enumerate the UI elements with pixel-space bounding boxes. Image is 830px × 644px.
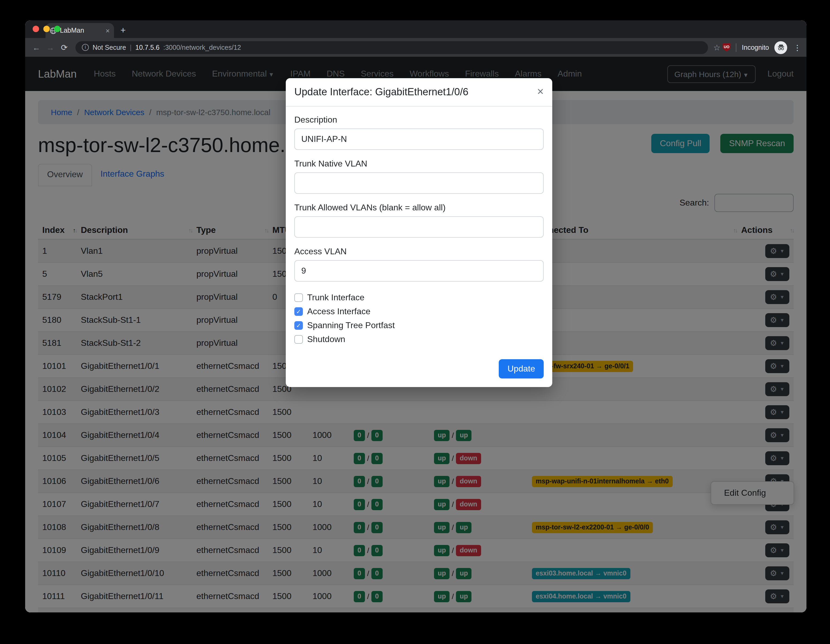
modal-field: Trunk Allowed VLANs (blank = allow all) xyxy=(294,203,544,238)
checkbox-row: Shutdown xyxy=(294,332,544,346)
checkbox-label: Access Interface xyxy=(307,307,371,316)
field-input-access[interactable] xyxy=(294,260,544,282)
field-input-trunk[interactable] xyxy=(294,216,544,238)
checkbox-row: Trunk Interface xyxy=(294,291,544,305)
checkbox-label: Shutdown xyxy=(307,335,345,344)
modal-fields: DescriptionTrunk Native VLANTrunk Allowe… xyxy=(294,115,544,282)
modal-field: Description xyxy=(294,115,544,150)
field-input-description[interactable] xyxy=(294,128,544,150)
site-info-icon[interactable]: i xyxy=(82,44,89,51)
ublock-extension-icon[interactable]: UO xyxy=(723,43,731,52)
field-label: Trunk Native VLAN xyxy=(294,159,544,169)
desktop: LabMan × + ← → ⟳ i Not Secure | 10.7.5.6… xyxy=(0,0,830,644)
checkbox-row: ✓Access Interface xyxy=(294,305,544,319)
checkbox-label: Trunk Interface xyxy=(307,293,364,303)
back-icon[interactable]: ← xyxy=(30,43,42,52)
update-interface-modal: Update Interface: GigabitEthernet1/0/6 ×… xyxy=(286,78,552,387)
checkbox-shutdown[interactable] xyxy=(294,335,303,344)
checkbox-label: Spanning Tree Portfast xyxy=(307,320,394,330)
address-bar[interactable]: i Not Secure | 10.7.5.6 :3000/network_de… xyxy=(76,41,708,54)
modal-close-icon[interactable]: × xyxy=(537,86,544,97)
field-label: Description xyxy=(294,115,544,125)
modal-footer: Update xyxy=(286,358,552,387)
checkbox-access-interface[interactable]: ✓ xyxy=(294,307,303,316)
modal-body: DescriptionTrunk Native VLANTrunk Allowe… xyxy=(286,106,552,358)
zoom-window-button[interactable] xyxy=(54,26,60,32)
checkbox-row: ✓Spanning Tree Portfast xyxy=(294,319,544,332)
forward-icon[interactable]: → xyxy=(44,43,56,52)
field-input-trunk[interactable] xyxy=(294,172,544,194)
incognito-icon xyxy=(775,41,787,54)
bookmark-star-icon[interactable]: ☆ xyxy=(713,43,721,52)
url-divider: | xyxy=(130,43,131,51)
modal-title: Update Interface: GigabitEthernet1/0/6 xyxy=(294,86,537,98)
url-host: 10.7.5.6 xyxy=(135,44,160,51)
security-label: Not Secure xyxy=(93,44,126,51)
url-path: :3000/network_devices/12 xyxy=(163,44,241,51)
page-viewport: LabMan HostsNetwork DevicesEnvironmental… xyxy=(25,57,806,612)
tab-strip: LabMan × + xyxy=(25,21,806,38)
tab-title: LabMan xyxy=(60,27,103,34)
field-label: Trunk Allowed VLANs (blank = allow all) xyxy=(294,203,544,213)
tab-close-icon[interactable]: × xyxy=(106,27,110,35)
modal-checkboxes: Trunk Interface✓Access Interface✓Spannin… xyxy=(294,291,544,346)
incognito-label: Incognito xyxy=(742,44,769,51)
traffic-lights xyxy=(33,26,60,32)
browser-toolbar: ← → ⟳ i Not Secure | 10.7.5.6 :3000/netw… xyxy=(25,38,806,57)
field-label: Access VLAN xyxy=(294,247,544,257)
modal-field: Access VLAN xyxy=(294,247,544,282)
modal-field: Trunk Native VLAN xyxy=(294,159,544,194)
browser-menu-icon[interactable]: ⋮ xyxy=(794,43,801,52)
new-tab-button[interactable]: + xyxy=(120,25,126,36)
close-window-button[interactable] xyxy=(33,26,39,32)
checkbox-trunk-interface[interactable] xyxy=(294,293,303,302)
minimize-window-button[interactable] xyxy=(43,26,50,32)
reload-icon[interactable]: ⟳ xyxy=(58,43,70,52)
modal-header: Update Interface: GigabitEthernet1/0/6 × xyxy=(286,78,552,106)
update-button[interactable]: Update xyxy=(499,359,544,379)
checkbox-spanning-tree-portfast[interactable]: ✓ xyxy=(294,321,303,330)
toolbar-divider xyxy=(736,43,737,52)
browser-window: LabMan × + ← → ⟳ i Not Secure | 10.7.5.6… xyxy=(25,21,806,612)
